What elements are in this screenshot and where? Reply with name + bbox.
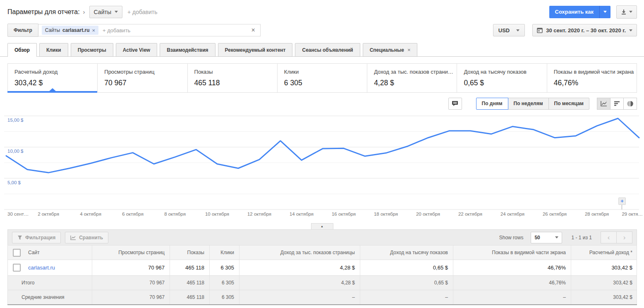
annotations-button[interactable] (448, 98, 462, 110)
x-axis-label: 29 октя… (622, 212, 643, 217)
pagination-range: 1 - 1 из 1 (571, 235, 592, 241)
save-as-split-button: Сохранить как (549, 6, 610, 18)
next-page-button[interactable]: › (616, 231, 632, 243)
tab-сеансы-объявлений[interactable]: Сеансы объявлений (295, 43, 360, 56)
data-cell: 0,65 $ (360, 260, 453, 275)
revenue-line-chart[interactable]: 15,00 $10,00 $5,00 $30 сент…2 октября4 о… (0, 111, 644, 218)
dimension-dropdown[interactable]: Сайты (89, 6, 122, 18)
column-header-5[interactable]: Доход на тысячу показов (360, 245, 453, 260)
save-as-menu-button[interactable] (599, 6, 610, 18)
column-header-2[interactable]: Показы (170, 245, 210, 260)
add-annotation-button[interactable]: + (618, 197, 626, 205)
bar-chart-button[interactable] (610, 98, 624, 110)
chevron-down-icon (555, 236, 558, 238)
y-axis-label: 15,00 $ (7, 118, 23, 123)
collapse-table-button[interactable]: ▲ (311, 223, 333, 229)
scorecard-label: Показы (194, 69, 277, 75)
scorecard-показы[interactable]: Показы в видимой части экрана46,76% (547, 64, 637, 93)
chevron-down-icon (516, 29, 520, 31)
column-header-1[interactable]: Просмотры страниц (92, 245, 170, 260)
column-header-label: Клики (220, 250, 234, 255)
select-all-checkbox[interactable] (13, 249, 21, 257)
pie-chart-button[interactable] (623, 98, 637, 110)
column-header-6[interactable]: Показы в видимой части экрана (453, 245, 571, 260)
data-cell: 70 967 (92, 260, 170, 275)
add-dimension-button[interactable]: + добавить (127, 9, 157, 15)
tab-клики[interactable]: Клики (39, 43, 68, 56)
funnel-icon (17, 235, 22, 240)
dimension-dropdown-label: Сайты (94, 9, 111, 15)
table-filter-button[interactable]: Фильтрация (12, 232, 61, 243)
x-axis-label: 12 октября (247, 212, 271, 217)
granularity-by-week[interactable]: По неделям (508, 98, 549, 110)
prev-page-button[interactable]: ‹ (601, 231, 617, 243)
report-table: Фильтрация Сравнить Show rows 50 1 - 1 и… (7, 229, 637, 305)
summary-cell: 70 967 (92, 290, 170, 304)
tab-взаимодействия[interactable]: Взаимодействия (160, 43, 215, 56)
tab-label: Взаимодействия (167, 47, 208, 53)
filter-chip-prefix: Сайты (45, 27, 60, 33)
tab-рекомендуемый-контент[interactable]: Рекомендуемый контент (218, 43, 293, 56)
download-button[interactable] (616, 5, 637, 19)
column-header-label: Доход за тыс. показов страницы (280, 250, 355, 255)
tab-специальные[interactable]: Специальные× (363, 43, 418, 56)
tab-label: Просмотры (78, 47, 106, 53)
rows-per-page-dropdown[interactable]: 50 (531, 232, 562, 243)
table-row[interactable]: carlasart.ru70 967465 1186 3054,28 $0,65… (7, 260, 637, 275)
scorecard-label: Доход на тысячу показов (464, 69, 546, 75)
filter-chip[interactable]: Сайты carlasart.ru × (42, 26, 98, 35)
granularity-by-day[interactable]: По дням (476, 98, 508, 110)
granularity-by-month[interactable]: По месяцам (548, 98, 589, 110)
summary-cell: 4,28 $ (239, 276, 360, 290)
scorecard-label: Клики (284, 69, 367, 75)
scorecard-доход[interactable]: Доход на тысячу показов0,65 $ (457, 64, 547, 93)
row-checkbox[interactable] (13, 264, 21, 272)
tab-обзор[interactable]: Обзор (7, 43, 37, 57)
page-title: Параметры для отчета: (7, 8, 80, 16)
currency-label: USD (498, 27, 510, 34)
summary-label-cell: Итого (8, 276, 92, 290)
table-compare-button[interactable]: Сравнить (65, 232, 108, 243)
x-axis-label: 4 октября (80, 212, 101, 217)
pie-chart-icon (627, 101, 633, 107)
scorecard-просмотры[interactable]: Просмотры страниц70 967 (98, 64, 187, 93)
rows-per-page-value: 50 (534, 235, 540, 241)
filter-input[interactable]: Сайты carlasart.ru × + добавить × (38, 24, 261, 36)
scorecard-показы[interactable]: Показы465 118 (188, 64, 278, 93)
tab-просмотры[interactable]: Просмотры (71, 43, 113, 56)
summary-label-cell: Средние значения (8, 290, 92, 304)
column-header-label: Показы (187, 250, 204, 255)
column-header-7[interactable]: Расчетный доход * (571, 245, 637, 260)
x-axis-label: 8 октября (164, 212, 186, 217)
summary-row: Итого70 967465 1186 3054,28 $0,65 $46,76… (7, 275, 637, 290)
currency-dropdown[interactable]: USD (493, 24, 525, 36)
tab-label: Сеансы объявлений (302, 47, 353, 53)
site-cell: carlasart.ru (8, 260, 92, 275)
save-as-button[interactable]: Сохранить как (549, 6, 599, 18)
revenue-series-line[interactable] (6, 118, 639, 173)
column-header-label: Просмотры страниц (118, 250, 165, 255)
column-header-0[interactable]: Сайт (8, 245, 92, 260)
column-header-label: Показы в видимой части экрана (492, 250, 566, 255)
clear-filter-icon[interactable]: × (249, 26, 256, 34)
tab-close-icon[interactable]: × (407, 47, 411, 53)
date-range-picker[interactable]: 30 сент. 2020 г. – 30 окт. 2020 г. (532, 24, 637, 36)
scorecard-клики[interactable]: Клики6 305 (278, 64, 367, 93)
tab-active-view[interactable]: Active View (116, 43, 157, 56)
line-chart-button[interactable] (597, 98, 610, 110)
site-link[interactable]: carlasart.ru (28, 265, 55, 271)
x-axis-label: 2 октября (38, 212, 59, 217)
column-header-4[interactable]: Доход за тыс. показов страницы (239, 245, 360, 260)
chip-close-icon[interactable]: × (92, 27, 95, 34)
y-axis-label: 10,00 $ (7, 149, 23, 154)
show-rows-label: Show rows (499, 235, 524, 241)
data-cell: 46,76% (453, 260, 571, 275)
scorecard-расчетный[interactable]: Расчетный доход303,42 $ (7, 64, 98, 93)
column-header-3[interactable]: Клики (210, 245, 239, 260)
filter-add-placeholder[interactable]: + добавить (103, 27, 249, 34)
scorecard-доход[interactable]: Доход за тыс. показов страни…4,28 $ (367, 64, 457, 93)
pagination: ‹ › (601, 231, 632, 243)
table-toolbar: Фильтрация Сравнить Show rows 50 1 - 1 и… (7, 229, 637, 245)
adsense-report-page: Параметры для отчета: › Сайты + добавить… (0, 0, 644, 305)
table-rows: СайтПросмотры страницПоказыКликиДоход за… (7, 245, 637, 304)
